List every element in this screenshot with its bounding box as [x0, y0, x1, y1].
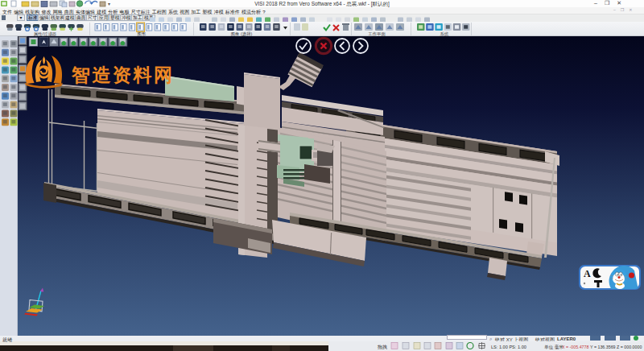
svg-text:单位 毫米: 单位 毫米: [544, 345, 564, 349]
svg-text:X = -005.4778: X = -005.4778: [562, 345, 588, 349]
svg-text:Y = 136.3569 Z = 000.0000: Y = 136.3569 Z = 000.0000: [590, 345, 642, 349]
svg-text:拖拽: 拖拽: [377, 345, 387, 349]
svg-text:A: A: [584, 268, 591, 279]
svg-text:LS: 1.00 PS: 1.00: LS: 1.00 PS: 1.00: [491, 345, 526, 349]
svg-text:智造资料网: 智造资料网: [71, 64, 175, 85]
